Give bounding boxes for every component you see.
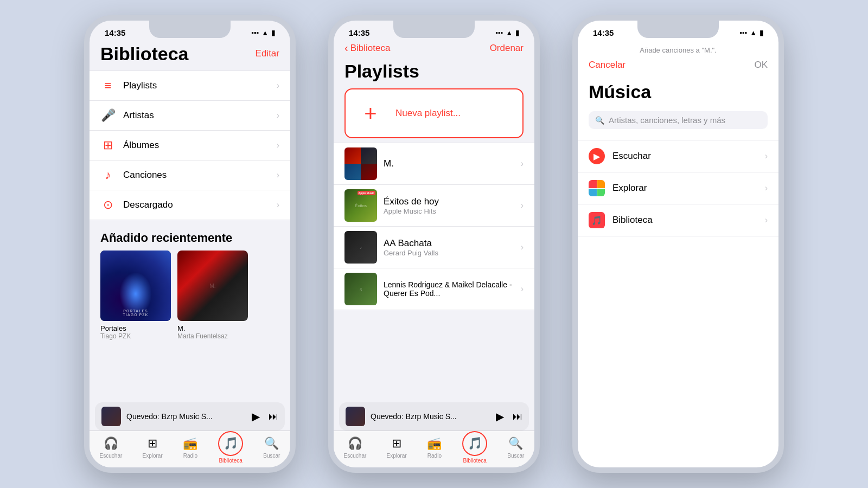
library-item-canciones[interactable]: ♪ Canciones › [90, 160, 290, 190]
chevron-icon: › [277, 140, 279, 150]
mini-player[interactable]: Quevedo: Bzrp Music S... ▶ ⏭ [339, 402, 529, 431]
biblioteca-icon: 🎵 [589, 212, 605, 228]
mini-player[interactable]: Quevedo: Bzrp Music S... ▶ ⏭ [95, 402, 285, 431]
m-thumbnail: M. [177, 251, 248, 321]
library-list: ≡ Playlists › 🎤 Artistas › ⊞ Álbumes › [90, 70, 290, 220]
library-item-artistas[interactable]: 🎤 Artistas › [90, 101, 290, 131]
search-icon: 🔍 [595, 116, 604, 125]
search-input[interactable]: Artistas, canciones, letras y más [609, 115, 725, 125]
chevron-icon: › [521, 242, 524, 252]
escuchar-label: Escuchar [612, 151, 651, 162]
apple-music-badge: Apple Music [358, 191, 375, 195]
playlists-label: Playlists [123, 80, 157, 91]
nav-biblioteca[interactable]: 🎵 Biblioteca › [578, 204, 778, 236]
bachata-thumbnail: ♪ [344, 231, 377, 264]
time: 14:35 [349, 28, 369, 37]
tab-radio[interactable]: 📻 Radio [427, 436, 442, 459]
status-icons: ▪▪▪ ▲ ▮ [251, 29, 275, 37]
playlists-icon: ≡ [100, 78, 116, 93]
album-m[interactable]: M. M. Marta Fuentelsaz [177, 251, 248, 340]
biblioteca-label: Biblioteca [612, 215, 653, 226]
mini-thumb [346, 407, 365, 426]
album-artist: Marta Fuentelsaz [177, 332, 248, 340]
library-item-albumes[interactable]: ⊞ Álbumes › [90, 131, 290, 160]
ordenar-button[interactable]: Ordenar [490, 43, 524, 54]
status-icons: ▪▪▪ ▲ ▮ [495, 29, 519, 37]
ok-button[interactable]: OK [754, 60, 768, 70]
album-artist: Tiago PZK [100, 332, 171, 340]
time: 14:35 [593, 28, 614, 37]
tab-label: Escuchar [344, 453, 367, 459]
notch [393, 21, 475, 38]
chevron-icon: › [277, 111, 279, 120]
chevron-icon: › [765, 215, 768, 225]
cancel-button[interactable]: Cancelar [589, 60, 626, 70]
status-icons: ▪▪▪ ▲ ▮ [739, 29, 763, 37]
tab-label: Escuchar [100, 453, 123, 459]
library-screen: 14:35 ▪▪▪ ▲ ▮ Biblioteca Editar ≡ Playli… [90, 21, 290, 467]
new-playlist-label: Nueva playlist... [395, 108, 461, 119]
tab-biblioteca[interactable]: 🎵 Biblioteca [462, 431, 487, 464]
tab-buscar[interactable]: 🔍 Buscar [507, 436, 524, 459]
playlist-item-m[interactable]: M. › [334, 143, 534, 185]
playlist-name: Lennis Rodriguez & Maikel Delacalle - Qu… [384, 280, 514, 298]
biblioteca-icon-circle: 🎵 [218, 431, 243, 456]
tab-radio[interactable]: 📻 Radio [183, 436, 198, 459]
wifi-icon: ▲ [750, 29, 757, 37]
chevron-icon: › [521, 159, 524, 169]
nav-escuchar[interactable]: ▶ Escuchar › [578, 140, 778, 172]
playlist-item-bachata[interactable]: ♪ AA Bachata Gerard Puig Valls › [334, 227, 534, 268]
tab-escuchar[interactable]: 🎧 Escuchar [344, 436, 367, 459]
tab-explorar[interactable]: ⊞ Explorar [142, 436, 162, 459]
mini-thumb [101, 407, 121, 426]
artistas-icon: 🎤 [100, 108, 116, 123]
wifi-icon: ▲ [261, 29, 269, 37]
descargado-label: Descargado [123, 200, 173, 210]
mini-controls: ▶ ⏭ [252, 410, 278, 423]
new-playlist-button[interactable]: + Nueva playlist... [344, 88, 524, 138]
playlist-sub: Gerard Puig Valls [384, 249, 514, 257]
tab-escuchar[interactable]: 🎧 Escuchar [100, 436, 123, 459]
music-screen: 14:35 ▪▪▪ ▲ ▮ Añade canciones a "M.". Ca… [578, 21, 778, 467]
play-button[interactable]: ▶ [496, 410, 504, 423]
search-icon: 🔍 [264, 436, 279, 451]
playlist-name: AA Bachata [384, 238, 514, 249]
album-grid: PORTALESTIAGO PZK Portales Tiago PZK M. … [90, 251, 290, 340]
time: 14:35 [105, 28, 125, 37]
forward-button[interactable]: ⏭ [269, 411, 278, 422]
nav-explorar[interactable]: Explorar › [578, 172, 778, 204]
album-portales[interactable]: PORTALESTIAGO PZK Portales Tiago PZK [100, 251, 171, 340]
library-item-playlists[interactable]: ≡ Playlists › [90, 70, 290, 101]
mini-title: Quevedo: Bzrp Music S... [126, 412, 246, 421]
escuchar-icon: ▶ [589, 148, 605, 164]
notch [637, 21, 719, 38]
canciones-label: Canciones [123, 170, 167, 181]
lennis-thumbnail: ♫ [344, 273, 377, 305]
plus-icon: + [364, 102, 376, 124]
explorar-label: Explorar [612, 183, 647, 194]
playlists-screen: 14:35 ▪▪▪ ▲ ▮ ‹ Biblioteca Ordenar Playl… [334, 21, 534, 467]
chevron-icon: › [277, 81, 279, 91]
tab-label: Explorar [386, 453, 406, 459]
search-bar[interactable]: 🔍 Artistas, canciones, letras y más [589, 111, 768, 129]
playlist-item-exitos[interactable]: Éxitos Apple Music Éxitos de hoy Apple M… [334, 185, 534, 227]
music-title: Música [578, 79, 778, 111]
albumes-icon: ⊞ [100, 138, 116, 153]
tab-buscar[interactable]: 🔍 Buscar [263, 436, 280, 459]
biblioteca-icon-circle: 🎵 [462, 431, 487, 456]
playlist-item-lennis[interactable]: ♫ Lennis Rodriguez & Maikel Delacalle - … [334, 268, 534, 310]
phone-2: 14:35 ▪▪▪ ▲ ▮ ‹ Biblioteca Ordenar Playl… [328, 15, 540, 473]
tab-explorar[interactable]: ⊞ Explorar [386, 436, 406, 459]
back-button[interactable]: ‹ Biblioteca [344, 42, 390, 54]
playlists-title: Playlists [334, 59, 534, 88]
edit-button[interactable]: Editar [256, 44, 279, 59]
play-button[interactable]: ▶ [252, 410, 260, 423]
phone-3: 14:35 ▪▪▪ ▲ ▮ Añade canciones a "M.". Ca… [572, 15, 784, 473]
radio-icon: 📻 [183, 436, 198, 451]
tab-biblioteca[interactable]: 🎵 Biblioteca [218, 431, 243, 464]
chevron-icon: › [277, 200, 279, 210]
add-songs-hint: Añade canciones a "M.". [578, 40, 778, 59]
tab-bar: 🎧 Escuchar ⊞ Explorar 📻 Radio 🎵 Bibliote… [90, 431, 290, 467]
forward-button[interactable]: ⏭ [513, 411, 522, 422]
library-item-descargado[interactable]: ⊙ Descargado › [90, 190, 290, 220]
